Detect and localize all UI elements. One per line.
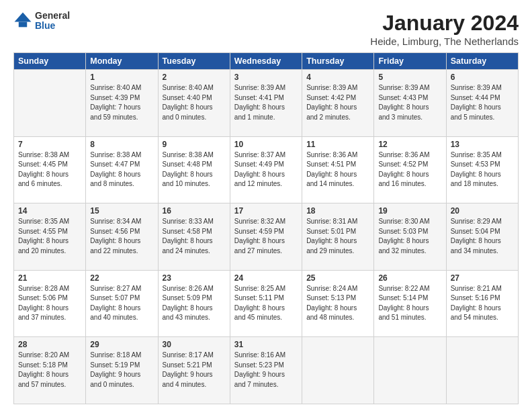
- day-detail: Sunrise: 8:39 AMSunset: 4:42 PMDaylight:…: [306, 84, 357, 121]
- header: General Blue January 2024 Heide, Limburg…: [13, 11, 519, 47]
- day-number: 12: [378, 140, 441, 149]
- day-detail: Sunrise: 8:33 AMSunset: 4:58 PMDaylight:…: [163, 218, 214, 255]
- day-number: 26: [378, 273, 441, 283]
- day-cell: 31Sunrise: 8:16 AMSunset: 5:23 PMDayligh…: [230, 337, 302, 404]
- day-detail: Sunrise: 8:31 AMSunset: 5:01 PMDaylight:…: [306, 218, 357, 255]
- day-detail: Sunrise: 8:34 AMSunset: 4:56 PMDaylight:…: [90, 218, 141, 255]
- day-number: 19: [378, 206, 441, 216]
- day-cell: [302, 337, 374, 404]
- logo-general: General: [35, 11, 70, 21]
- day-cell: 13Sunrise: 8:35 AMSunset: 4:53 PMDayligh…: [446, 136, 518, 203]
- day-cell: 5Sunrise: 8:39 AMSunset: 4:43 PMDaylight…: [374, 70, 446, 137]
- day-cell: 1Sunrise: 8:40 AMSunset: 4:39 PMDaylight…: [86, 70, 158, 137]
- day-cell: [374, 337, 446, 404]
- day-cell: 18Sunrise: 8:31 AMSunset: 5:01 PMDayligh…: [302, 203, 374, 271]
- title-month: January 2024: [370, 11, 519, 36]
- day-number: 16: [163, 206, 226, 216]
- day-detail: Sunrise: 8:18 AMSunset: 5:19 PMDaylight:…: [90, 351, 141, 388]
- day-number: 25: [306, 273, 369, 283]
- day-number: 23: [163, 273, 226, 283]
- day-detail: Sunrise: 8:25 AMSunset: 5:11 PMDaylight:…: [234, 285, 285, 322]
- day-detail: Sunrise: 8:36 AMSunset: 4:52 PMDaylight:…: [378, 151, 429, 188]
- day-detail: Sunrise: 8:39 AMSunset: 4:43 PMDaylight:…: [378, 84, 429, 121]
- day-cell: [14, 70, 86, 137]
- header-day-saturday: Saturday: [446, 53, 518, 70]
- day-cell: 2Sunrise: 8:40 AMSunset: 4:40 PMDaylight…: [158, 70, 230, 137]
- day-number: 9: [163, 140, 226, 149]
- day-cell: 3Sunrise: 8:39 AMSunset: 4:41 PMDaylight…: [230, 70, 302, 137]
- day-detail: Sunrise: 8:27 AMSunset: 5:07 PMDaylight:…: [90, 285, 141, 322]
- header-day-monday: Monday: [86, 53, 158, 70]
- day-cell: [446, 337, 518, 404]
- day-detail: Sunrise: 8:40 AMSunset: 4:39 PMDaylight:…: [90, 84, 141, 121]
- day-number: 6: [451, 73, 514, 82]
- day-cell: 8Sunrise: 8:38 AMSunset: 4:47 PMDaylight…: [86, 136, 158, 203]
- day-cell: 26Sunrise: 8:22 AMSunset: 5:14 PMDayligh…: [374, 270, 446, 337]
- day-detail: Sunrise: 8:17 AMSunset: 5:21 PMDaylight:…: [163, 351, 214, 388]
- svg-marker-0: [15, 13, 32, 22]
- day-cell: 7Sunrise: 8:38 AMSunset: 4:45 PMDaylight…: [14, 136, 86, 203]
- day-cell: 25Sunrise: 8:24 AMSunset: 5:13 PMDayligh…: [302, 270, 374, 337]
- day-number: 28: [18, 340, 81, 349]
- day-cell: 24Sunrise: 8:25 AMSunset: 5:11 PMDayligh…: [230, 270, 302, 337]
- day-detail: Sunrise: 8:28 AMSunset: 5:06 PMDaylight:…: [18, 285, 69, 322]
- week-row-0: 1Sunrise: 8:40 AMSunset: 4:39 PMDaylight…: [14, 70, 519, 137]
- day-number: 17: [234, 206, 298, 216]
- day-detail: Sunrise: 8:30 AMSunset: 5:03 PMDaylight:…: [378, 218, 429, 255]
- logo-text: General Blue: [35, 11, 70, 32]
- day-number: 2: [163, 73, 226, 82]
- day-number: 22: [90, 273, 153, 283]
- svg-rect-1: [19, 22, 27, 28]
- day-cell: 12Sunrise: 8:36 AMSunset: 4:52 PMDayligh…: [374, 136, 446, 203]
- day-cell: 10Sunrise: 8:37 AMSunset: 4:49 PMDayligh…: [230, 136, 302, 203]
- header-day-tuesday: Tuesday: [158, 53, 230, 70]
- day-number: 13: [451, 140, 514, 149]
- day-number: 4: [306, 73, 369, 82]
- day-detail: Sunrise: 8:37 AMSunset: 4:49 PMDaylight:…: [234, 151, 285, 188]
- day-detail: Sunrise: 8:22 AMSunset: 5:14 PMDaylight:…: [378, 285, 429, 322]
- day-number: 8: [90, 140, 153, 149]
- day-cell: 15Sunrise: 8:34 AMSunset: 4:56 PMDayligh…: [86, 203, 158, 271]
- day-cell: 30Sunrise: 8:17 AMSunset: 5:21 PMDayligh…: [158, 337, 230, 404]
- day-detail: Sunrise: 8:36 AMSunset: 4:51 PMDaylight:…: [306, 151, 357, 188]
- day-cell: 23Sunrise: 8:26 AMSunset: 5:09 PMDayligh…: [158, 270, 230, 337]
- header-day-thursday: Thursday: [302, 53, 374, 70]
- day-detail: Sunrise: 8:39 AMSunset: 4:41 PMDaylight:…: [234, 84, 285, 121]
- header-day-friday: Friday: [374, 53, 446, 70]
- day-detail: Sunrise: 8:20 AMSunset: 5:18 PMDaylight:…: [18, 351, 69, 388]
- week-row-2: 14Sunrise: 8:35 AMSunset: 4:55 PMDayligh…: [14, 203, 519, 271]
- logo-icon: [13, 11, 32, 30]
- day-number: 31: [234, 340, 298, 349]
- day-detail: Sunrise: 8:38 AMSunset: 4:45 PMDaylight:…: [18, 151, 69, 188]
- day-number: 27: [451, 273, 514, 283]
- day-detail: Sunrise: 8:35 AMSunset: 4:53 PMDaylight:…: [451, 151, 502, 188]
- logo: General Blue: [13, 11, 70, 32]
- header-day-sunday: Sunday: [14, 53, 86, 70]
- day-detail: Sunrise: 8:40 AMSunset: 4:40 PMDaylight:…: [163, 84, 214, 121]
- day-detail: Sunrise: 8:24 AMSunset: 5:13 PMDaylight:…: [306, 285, 357, 322]
- day-cell: 9Sunrise: 8:38 AMSunset: 4:48 PMDaylight…: [158, 136, 230, 203]
- day-detail: Sunrise: 8:26 AMSunset: 5:09 PMDaylight:…: [163, 285, 214, 322]
- day-cell: 17Sunrise: 8:32 AMSunset: 4:59 PMDayligh…: [230, 203, 302, 271]
- day-detail: Sunrise: 8:21 AMSunset: 5:16 PMDaylight:…: [451, 285, 502, 322]
- day-detail: Sunrise: 8:16 AMSunset: 5:23 PMDaylight:…: [234, 351, 285, 388]
- day-number: 24: [234, 273, 298, 283]
- day-number: 30: [163, 340, 226, 349]
- day-cell: 14Sunrise: 8:35 AMSunset: 4:55 PMDayligh…: [14, 203, 86, 271]
- day-number: 21: [18, 273, 81, 283]
- calendar: SundayMondayTuesdayWednesdayThursdayFrid…: [13, 52, 519, 404]
- day-detail: Sunrise: 8:29 AMSunset: 5:04 PMDaylight:…: [451, 218, 502, 255]
- day-cell: 22Sunrise: 8:27 AMSunset: 5:07 PMDayligh…: [86, 270, 158, 337]
- day-number: 20: [451, 206, 514, 216]
- day-detail: Sunrise: 8:32 AMSunset: 4:59 PMDaylight:…: [234, 218, 285, 255]
- week-row-1: 7Sunrise: 8:38 AMSunset: 4:45 PMDaylight…: [14, 136, 519, 203]
- day-cell: 27Sunrise: 8:21 AMSunset: 5:16 PMDayligh…: [446, 270, 518, 337]
- day-cell: 28Sunrise: 8:20 AMSunset: 5:18 PMDayligh…: [14, 337, 86, 404]
- page: General Blue January 2024 Heide, Limburg…: [0, 0, 532, 411]
- day-cell: 11Sunrise: 8:36 AMSunset: 4:51 PMDayligh…: [302, 136, 374, 203]
- header-day-wednesday: Wednesday: [230, 53, 302, 70]
- day-number: 7: [18, 140, 81, 149]
- day-number: 1: [90, 73, 153, 82]
- day-number: 5: [378, 73, 441, 82]
- week-row-4: 28Sunrise: 8:20 AMSunset: 5:18 PMDayligh…: [14, 337, 519, 404]
